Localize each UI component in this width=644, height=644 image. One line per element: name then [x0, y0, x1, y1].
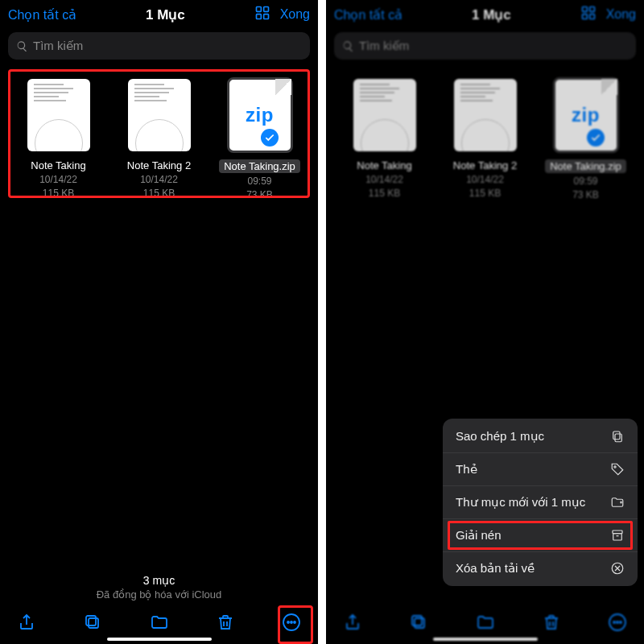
left-screenshot: Chọn tất cả 1 Mục Xong Tìm kiếm [0, 0, 318, 644]
menu-item-label: Sao chép 1 mục [456, 429, 544, 444]
trash-icon[interactable] [541, 612, 562, 633]
menu-item-label: Thư mục mới với 1 mục [456, 495, 585, 510]
svg-point-22 [614, 466, 616, 468]
share-icon[interactable] [342, 612, 363, 633]
svg-point-7 [287, 621, 289, 623]
svg-rect-1 [263, 7, 268, 12]
file-size: 115 KB [140, 187, 178, 200]
archive-icon [610, 528, 625, 543]
select-all-button[interactable]: Chọn tất cả [334, 7, 402, 23]
new-folder-icon [610, 495, 625, 510]
file-name: Note Taking [357, 159, 411, 171]
svg-rect-0 [256, 7, 261, 12]
more-icon[interactable] [281, 612, 302, 633]
svg-rect-5 [86, 616, 96, 625]
selected-check-icon [587, 129, 605, 147]
file-item[interactable]: Note Taking 10/14/22 115 KB [341, 79, 428, 202]
search-icon [342, 40, 354, 52]
file-name: Note Taking 2 [453, 159, 517, 171]
file-item[interactable]: zip Note Taking.zip 09:59 73 KB [542, 79, 630, 202]
view-grid-icon[interactable] [580, 5, 597, 24]
menu-item-remove-download[interactable]: Xóa bản tải về [443, 551, 638, 584]
document-icon [27, 79, 90, 151]
svg-point-8 [291, 621, 292, 623]
file-date: 09:59 [572, 175, 599, 188]
svg-point-19 [620, 621, 621, 623]
remove-download-icon [610, 561, 625, 576]
files-grid: Note Taking 10/14/22 115 KB Note Taking … [0, 64, 318, 210]
svg-rect-4 [89, 618, 98, 628]
svg-point-9 [294, 621, 295, 623]
menu-item-copy[interactable]: Sao chép 1 mục [443, 420, 638, 452]
share-icon[interactable] [16, 612, 37, 633]
tag-icon [610, 462, 625, 477]
right-screenshot: Chọn tất cả 1 Mục Xong Tìm kiếm [326, 0, 644, 644]
view-grid-icon[interactable] [254, 5, 270, 24]
svg-rect-20 [615, 434, 621, 442]
file-date: 10/14/22 [365, 173, 403, 187]
file-size: 73 KB [246, 188, 273, 202]
document-icon [353, 79, 416, 151]
zip-icon: zip [229, 79, 291, 151]
svg-rect-24 [613, 534, 622, 540]
svg-point-17 [613, 621, 615, 623]
page-title: 1 Mục [146, 6, 185, 23]
more-icon[interactable] [607, 612, 628, 633]
svg-rect-12 [582, 14, 587, 19]
duplicate-icon[interactable] [408, 612, 429, 633]
footer-status: 3 mục Đã đồng bộ hóa với iCloud [0, 574, 318, 601]
page-title: 1 Mục [472, 6, 511, 23]
files-grid: Note Taking 10/14/22 115 KB Note Taking … [326, 64, 644, 210]
menu-item-label: Thẻ [456, 462, 477, 477]
file-item[interactable]: Note Taking 10/14/22 115 KB [14, 79, 102, 202]
file-item[interactable]: zip Note Taking.zip 09:59 73 KB [216, 79, 303, 202]
menu-item-label: Xóa bản tải về [456, 561, 535, 576]
search-placeholder: Tìm kiếm [33, 39, 83, 53]
trash-icon[interactable] [215, 612, 236, 633]
context-menu: Sao chép 1 mục Thẻ Thư mục mới với 1 mục… [443, 419, 638, 586]
copy-icon [610, 429, 625, 444]
search-input[interactable]: Tìm kiếm [334, 32, 636, 60]
svg-rect-10 [582, 7, 587, 12]
home-indicator[interactable] [433, 638, 538, 641]
svg-rect-11 [589, 7, 594, 12]
home-indicator[interactable] [107, 638, 212, 641]
file-item[interactable]: Note Taking 2 10/14/22 115 KB [441, 79, 529, 202]
move-folder-icon[interactable] [149, 612, 170, 633]
file-size: 73 KB [572, 188, 599, 202]
file-name: Note Taking.zip [219, 159, 300, 173]
top-bar: Chọn tất cả 1 Mục Xong [326, 0, 644, 27]
bottom-toolbar [0, 605, 318, 638]
file-date: 09:59 [246, 175, 273, 188]
menu-item-uncompress[interactable]: Giải nén [443, 518, 638, 551]
search-input[interactable]: Tìm kiếm [8, 32, 310, 60]
select-all-button[interactable]: Chọn tất cả [8, 7, 76, 23]
done-button[interactable]: Xong [606, 7, 636, 22]
file-name: Note Taking.zip [545, 159, 626, 173]
zip-icon: zip [555, 79, 617, 151]
move-folder-icon[interactable] [475, 612, 496, 633]
document-icon [454, 79, 517, 151]
svg-point-18 [617, 621, 618, 623]
svg-rect-13 [589, 14, 594, 19]
menu-item-new-folder[interactable]: Thư mục mới với 1 mục [443, 485, 638, 518]
selected-check-icon [261, 129, 279, 147]
file-date: 10/14/22 [466, 173, 504, 187]
file-size: 115 KB [39, 187, 77, 200]
file-item[interactable]: Note Taking 2 10/14/22 115 KB [115, 79, 203, 202]
file-date: 10/14/22 [39, 173, 77, 187]
menu-item-tag[interactable]: Thẻ [443, 452, 638, 485]
svg-rect-15 [412, 616, 422, 625]
search-placeholder: Tìm kiếm [359, 39, 409, 53]
svg-rect-3 [263, 14, 268, 19]
search-icon [16, 40, 28, 52]
file-date: 10/14/22 [140, 173, 178, 187]
file-size: 115 KB [365, 187, 403, 200]
duplicate-icon[interactable] [82, 612, 103, 633]
document-icon [128, 79, 191, 151]
file-name: Note Taking 2 [127, 159, 191, 171]
file-size: 115 KB [466, 187, 504, 200]
menu-item-label: Giải nén [456, 528, 502, 543]
svg-rect-21 [613, 431, 620, 440]
done-button[interactable]: Xong [280, 7, 310, 22]
